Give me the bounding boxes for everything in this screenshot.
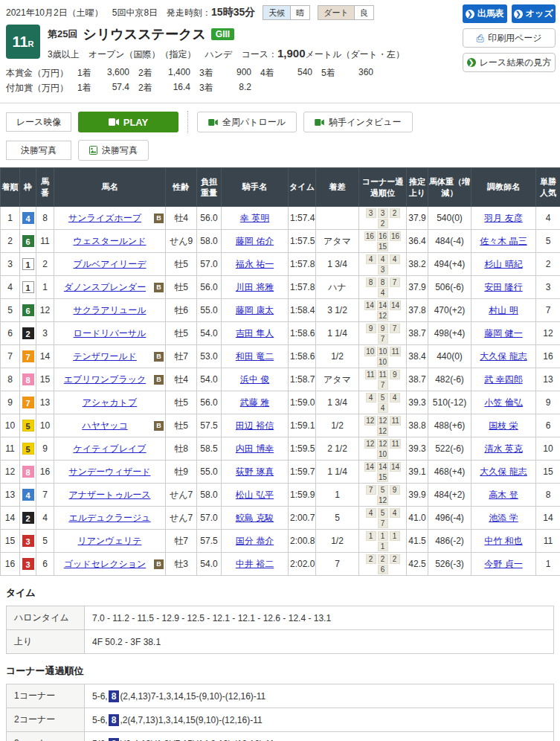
win-popularity: 2	[536, 253, 560, 276]
corner-positions-cell: 1111	[359, 530, 407, 553]
result-row: 1535リアンヴェリテ牡757.5国分 恭介2:00.81/2111141.54…	[1, 530, 560, 553]
bracket-number-badge: 5	[22, 420, 34, 432]
jockey-cell: 武藤 雅	[222, 391, 289, 414]
horse-name-link[interactable]: サンライズホープ	[68, 213, 141, 223]
prize-value: 8.2	[219, 82, 251, 94]
win-popularity: 6	[536, 414, 560, 437]
margin: 1 1/4	[316, 461, 359, 484]
horse-name-link[interactable]: テンザワールド	[73, 351, 137, 362]
trainer-name-link[interactable]: 安田 隆行	[484, 282, 522, 292]
horse-name-link[interactable]: サンデーウィザード	[69, 466, 151, 477]
trainer-name-link[interactable]: 大久保 龍志	[480, 466, 527, 477]
jockey-name-link[interactable]: 内田 博幸	[236, 443, 274, 454]
jockey-name-link[interactable]: 鮫島 克駿	[236, 513, 274, 523]
trainer-name-link[interactable]: 国枝 栄	[489, 420, 518, 431]
play-button[interactable]: PLAY	[78, 112, 178, 132]
horse-name-link[interactable]: ゴッドセレクション	[64, 559, 147, 569]
horse-name-link[interactable]: エブリワンブラック	[64, 374, 147, 385]
horse-name-link[interactable]: アシャカトブ	[83, 397, 138, 408]
jockey-name-link[interactable]: 荻野 琢真	[236, 466, 274, 477]
carried-weight: 57.5	[197, 414, 222, 437]
sex-age: 牡4	[166, 207, 197, 230]
jockey-name-link[interactable]: 松山 弘平	[236, 490, 274, 500]
jockey-name-link[interactable]: 武藤 雅	[240, 397, 269, 408]
odds-button[interactable]: ❯ オッズ	[512, 4, 556, 23]
finish-position: 10	[1, 414, 20, 437]
race-title: シリウスステークス	[83, 25, 205, 43]
jockey-interview-button[interactable]: 騎手インタビュー	[303, 112, 412, 132]
jockey-name-link[interactable]: 福永 祐一	[236, 259, 274, 269]
trainer-name-link[interactable]: 羽月 友彦	[484, 213, 522, 223]
horse-name-link[interactable]: ケイティブレイブ	[73, 443, 146, 454]
bracket-number-badge: 6	[22, 235, 34, 247]
horse-name-link[interactable]: ダノンスプレンダー	[64, 282, 146, 292]
video-camera-icon	[315, 119, 324, 126]
jockey-name-link[interactable]: 浜中 俊	[240, 374, 269, 385]
trainer-name-link[interactable]: 池添 学	[489, 513, 518, 523]
jockey-name-link[interactable]: 中井 裕二	[236, 559, 274, 569]
corner-position: 10	[377, 357, 388, 367]
trainer-name-link[interactable]: 大久保 龍志	[480, 351, 527, 362]
trainer-name-link[interactable]: 武 幸四郎	[484, 374, 522, 385]
corner-positions-cell: 9977	[359, 322, 407, 345]
time-section-title: タイム	[0, 576, 560, 606]
horse-name-link[interactable]: ブルベアイリーデ	[74, 259, 147, 269]
jockey-name-link[interactable]: 幸 英明	[240, 213, 269, 223]
jockey-name-link[interactable]: 川田 将雅	[236, 282, 274, 292]
horse-weight: 484(+2)	[428, 484, 472, 507]
corner-positions-cell: 12121112	[359, 414, 407, 437]
trainer-name-link[interactable]: 村山 明	[489, 305, 518, 315]
play-label: PLAY	[123, 117, 148, 128]
sex-age: 牡8	[166, 437, 197, 461]
margin: 5	[316, 507, 359, 530]
patrol-video-button[interactable]: 全周パトロール	[197, 112, 297, 132]
trainer-name-link[interactable]: 中竹 和也	[484, 536, 522, 546]
trainer-name-link[interactable]: 小笠 倫弘	[484, 397, 522, 408]
corner-position: 9	[390, 485, 400, 495]
jockey-name-link[interactable]: 国分 恭介	[236, 536, 274, 546]
trainer-cell: 高木 登	[472, 484, 536, 507]
print-page-button[interactable]: ⎙ 印刷用ページ	[463, 28, 556, 48]
trainer-name-link[interactable]: 清水 英克	[484, 443, 522, 454]
trainer-name-link[interactable]: 藤岡 健一	[484, 328, 522, 339]
bracket-number-badge: 8	[22, 373, 34, 385]
entry-table-button[interactable]: ❯ 出馬表	[463, 4, 507, 23]
trainer-name-link[interactable]: 杉山 晴紀	[484, 259, 522, 269]
trainer-name-link[interactable]: 高木 登	[489, 490, 518, 500]
corner-position: 7	[378, 334, 388, 344]
corner-position: 7	[378, 380, 388, 390]
margin: 1/2	[316, 530, 359, 553]
horse-name-link[interactable]: ロードリバーサル	[74, 328, 147, 339]
sex-age: 牡4	[166, 368, 197, 391]
entry-table-label: 出馬表	[477, 7, 504, 20]
horse-name-link[interactable]: リアンヴェリテ	[78, 536, 142, 546]
result-guide-button[interactable]: ❯ レース結果の見方	[463, 53, 556, 72]
sex-age: 牡5	[166, 276, 197, 299]
sex-age: 牡5	[166, 391, 197, 414]
horse-name-link[interactable]: ハヤヤッコ	[82, 420, 127, 431]
jockey-name-link[interactable]: 田辺 裕信	[236, 420, 274, 431]
horse-name-link[interactable]: ウェスタールンド	[74, 236, 147, 246]
jockey-name-link[interactable]: 和田 竜二	[236, 351, 274, 362]
added-prize-row: 付加賞（万円） 1着57.42着16.43着8.2	[6, 82, 554, 94]
trainer-name-link[interactable]: 佐々木 晶三	[480, 236, 527, 246]
corner-position: 4	[366, 508, 376, 518]
horse-name-cell: リアンヴェリテ	[54, 530, 166, 553]
jockey-name-link[interactable]: 藤岡 康太	[236, 305, 274, 315]
race-number: 11	[12, 33, 28, 51]
corner-row: 2コーナー5-6,8,2(4,7,13)1,3,14,15(9,10)-(12,…	[7, 708, 554, 732]
jockey-name-link[interactable]: 藤岡 佑介	[236, 236, 274, 246]
jockey-name-link[interactable]: 吉田 隼人	[236, 328, 274, 339]
bracket-cell: 1	[20, 276, 36, 299]
trainer-cell: 国枝 栄	[472, 414, 536, 437]
corner-position: 14	[377, 301, 388, 310]
horse-name-link[interactable]: サクラアリュール	[74, 305, 147, 315]
horse-name-link[interactable]: アナザートゥルース	[69, 490, 151, 500]
trainer-name-link[interactable]: 今野 貞一	[484, 559, 522, 569]
corner-positions-cell: 4547	[359, 507, 407, 530]
corner-position: 3	[378, 265, 388, 275]
horse-number: 2	[36, 253, 54, 276]
horse-name-link[interactable]: エルデュクラージュ	[68, 513, 150, 523]
finish-photo-button[interactable]: 決勝写真	[78, 140, 149, 161]
trainer-cell: 村山 明	[472, 299, 536, 322]
